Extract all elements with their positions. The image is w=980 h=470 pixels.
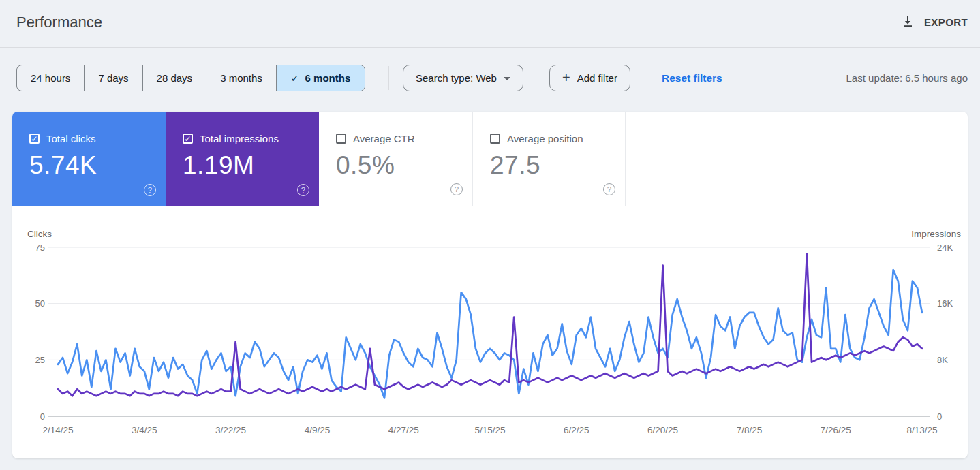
export-button[interactable]: EXPORT	[901, 15, 968, 29]
filter-bar: 24 hours 7 days 28 days 3 months ✓ 6 mon…	[0, 65, 980, 92]
x-tick-label: 4/27/25	[388, 425, 419, 435]
metric-label: Average CTR	[353, 133, 415, 144]
metric-card-average-position[interactable]: Average position 27.5 ?	[472, 112, 626, 206]
header-divider	[0, 47, 980, 48]
range-7-days[interactable]: 7 days	[84, 65, 142, 91]
help-icon[interactable]: ?	[603, 183, 615, 195]
checkmark-icon: ✓	[291, 73, 299, 84]
x-tick-label: 6/2/25	[564, 425, 589, 435]
x-tick-label: 6/20/25	[647, 425, 678, 435]
range-3-months[interactable]: 3 months	[206, 65, 276, 91]
x-tick-label: 2/14/25	[42, 425, 73, 435]
x-tick-label: 7/8/25	[737, 425, 763, 435]
range-6-months[interactable]: ✓ 6 months	[276, 65, 365, 91]
metric-checkbox[interactable]	[490, 134, 500, 144]
x-tick-label: 7/26/25	[821, 425, 851, 435]
right-y-tick-label: 16K	[937, 298, 953, 309]
reset-filters-link[interactable]: Reset filters	[662, 65, 722, 91]
export-label: EXPORT	[924, 16, 968, 28]
left-y-tick-label: 0	[40, 411, 45, 422]
metric-label: Average position	[507, 133, 583, 144]
checkmark-icon: ✓	[184, 134, 191, 144]
search-type-dropdown[interactable]: Search type: Web	[403, 65, 523, 91]
help-icon[interactable]: ?	[450, 183, 463, 195]
help-icon[interactable]: ?	[144, 184, 156, 196]
metric-cards-row: ✓ Total clicks 5.74K ? ✓ Total impressio…	[12, 112, 968, 206]
right-axis-title: Impressions	[911, 229, 961, 239]
metric-checkbox[interactable]: ✓	[29, 134, 40, 144]
metric-checkbox[interactable]	[336, 134, 346, 144]
metric-label: Total impressions	[200, 133, 279, 144]
range-24-hours[interactable]: 24 hours	[17, 65, 84, 91]
metric-card-average-ctr[interactable]: Average CTR 0.5% ?	[319, 112, 472, 206]
right-y-tick-label: 0	[937, 411, 942, 422]
clicks-impressions-chart: 7524K5016K258K00ClicksImpressions2/14/25…	[12, 228, 968, 450]
range-label: 6 months	[305, 72, 351, 84]
filter-separator	[388, 66, 389, 90]
x-tick-label: 3/4/25	[132, 425, 157, 435]
caret-down-icon	[504, 77, 510, 80]
x-tick-label: 4/9/25	[305, 425, 331, 435]
download-icon	[901, 15, 915, 29]
help-icon[interactable]: ?	[297, 184, 309, 196]
x-tick-label: 8/13/25	[906, 425, 937, 435]
left-y-tick-label: 75	[35, 242, 45, 253]
left-axis-title: Clicks	[27, 229, 52, 239]
page-title: Performance	[16, 14, 102, 31]
metric-value: 5.74K	[29, 151, 97, 180]
last-update-text: Last update: 6.5 hours ago	[846, 65, 968, 91]
right-y-tick-label: 8K	[937, 355, 948, 365]
left-y-tick-label: 25	[35, 355, 45, 365]
metric-value: 27.5	[490, 151, 540, 180]
metric-card-total-clicks[interactable]: ✓ Total clicks 5.74K ?	[12, 112, 166, 206]
metric-value: 0.5%	[336, 151, 395, 180]
range-28-days[interactable]: 28 days	[142, 65, 206, 91]
x-tick-label: 5/15/25	[474, 425, 505, 435]
checkmark-icon: ✓	[31, 134, 37, 144]
right-y-tick-label: 24K	[937, 242, 953, 253]
left-y-tick-label: 50	[35, 298, 45, 309]
metric-card-total-impressions[interactable]: ✓ Total impressions 1.19M ?	[166, 112, 319, 206]
date-range-group: 24 hours 7 days 28 days 3 months ✓ 6 mon…	[16, 65, 365, 91]
performance-panel: ✓ Total clicks 5.74K ? ✓ Total impressio…	[12, 112, 968, 458]
clicks-line	[58, 270, 922, 398]
metric-checkbox[interactable]: ✓	[183, 134, 193, 144]
metric-label: Total clicks	[46, 133, 96, 144]
add-filter-label: Add filter	[577, 72, 617, 84]
search-type-label: Search type: Web	[416, 72, 497, 84]
metric-value: 1.19M	[183, 151, 254, 180]
add-filter-button[interactable]: + Add filter	[549, 65, 630, 91]
x-tick-label: 3/22/25	[215, 425, 246, 435]
performance-chart[interactable]: 7524K5016K258K00ClicksImpressions2/14/25…	[12, 228, 968, 450]
plus-icon: +	[562, 71, 570, 84]
